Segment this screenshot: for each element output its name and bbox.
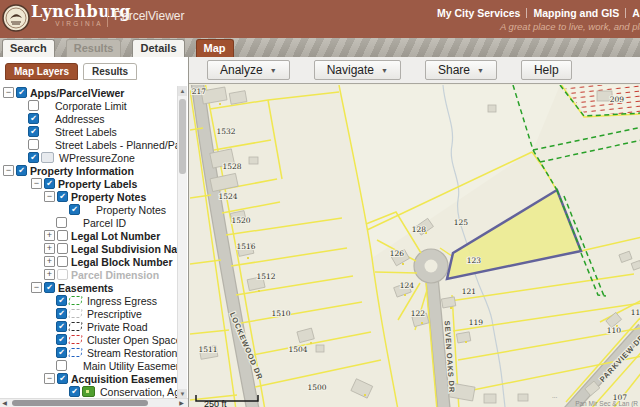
checkbox-easements[interactable]: ✔ [44,282,55,293]
layer-tree: −✔Apps/ParcelViewerCorporate Limit✔Addre… [0,86,177,399]
checkbox-legal-block-number[interactable] [57,256,68,267]
chevron-down-icon: ▼ [477,67,484,74]
checkbox-property-notes[interactable]: ✔ [69,204,80,215]
collapse-icon[interactable]: − [44,373,55,384]
tab-search[interactable]: Search [2,39,55,57]
checkbox-private-road[interactable]: ✔ [56,321,67,332]
layer-label-wpressurezone[interactable]: WPressureZone [59,152,135,164]
scroll-left-icon[interactable]: ◀ [0,399,9,407]
parcel-label-128: 128 [412,225,427,234]
checkbox-main-utility-easement[interactable] [56,360,67,371]
checkbox-legal-lot-number[interactable] [57,230,68,241]
map-canvas[interactable]: 2171532152815241520151615121510151115041… [189,84,640,407]
layer-label-corporate-limit[interactable]: Corporate Limit [55,100,127,112]
layer-label-street-labels-planned-paper[interactable]: Street Labels - Planned/Paper [55,139,177,151]
layer-label-main-utility-easement[interactable]: Main Utility Easement [83,360,177,372]
checkbox-street-labels-planned-paper[interactable] [28,139,39,150]
collapse-icon[interactable]: − [3,87,14,98]
checkbox-stream-restoration[interactable]: ✔ [56,347,67,358]
share-button[interactable]: Share▼ [425,60,497,80]
layer-label-legal-block-number[interactable]: Legal Block Number [71,256,173,268]
layer-label-street-labels[interactable]: Street Labels [55,126,117,138]
layer-label-apps-parcelviewer[interactable]: Apps/ParcelViewer [30,87,124,99]
collapse-icon[interactable]: − [44,191,55,202]
header-links: My City ServicesMapping and GISAssessor … [437,7,640,19]
checkbox-conservation-agricu[interactable]: ✔ [69,386,80,397]
checkbox-property-information[interactable]: ✔ [16,165,27,176]
map-toolbar: Analyze▼Navigate▼Share▼Help [189,57,640,84]
checkbox-corporate-limit[interactable] [28,100,39,111]
checkbox-acquisition-easements[interactable]: ✔ [57,373,68,384]
checkbox-wpressurezone[interactable]: ✔ [28,152,39,163]
conservation-swatch-icon [82,386,95,397]
analyze-button[interactable]: Analyze▼ [207,60,290,80]
collapse-icon[interactable]: − [3,165,14,176]
layer-label-addresses[interactable]: Addresses [55,113,105,125]
checkbox-parcel-id[interactable] [56,217,67,228]
layer-label-parcel-id[interactable]: Parcel ID [83,217,126,229]
layer-label-easements[interactable]: Easements [58,282,113,294]
layer-label-property-labels[interactable]: Property Labels [58,178,137,190]
help-label: Help [534,63,559,77]
layer-label-prescriptive[interactable]: Prescriptive [87,308,142,320]
attribution-dots: ... [552,392,558,399]
layer-label-property-information[interactable]: Property Information [30,165,134,177]
layer-label-conservation-agricu[interactable]: Conservation, Agricu [100,386,177,398]
layer-label-stream-restoration[interactable]: Stream Restoration [87,347,177,359]
vertical-scrollbar[interactable]: ▲ ▼ [177,86,187,399]
dashed-red-swatch-icon [68,335,83,344]
navigate-button[interactable]: Navigate▼ [314,60,401,80]
checkbox-apps-parcelviewer[interactable]: ✔ [16,87,27,98]
checkbox-property-labels[interactable]: ✔ [44,178,55,189]
horizontal-scrollbar[interactable]: ◀ ▶ [0,398,188,407]
expand-icon[interactable]: + [44,243,55,254]
help-button[interactable]: Help [521,60,572,80]
parcel-label-1500: 1500 [307,383,326,392]
layer-label-property-notes[interactable]: Property Notes [71,191,146,203]
checkbox-legal-subdivision-name[interactable] [57,243,68,254]
expand-icon[interactable]: + [44,256,55,267]
scroll-up-icon[interactable]: ▲ [178,86,187,96]
checkbox-cluster-open-space[interactable]: ✔ [56,334,67,345]
scale-text: 250 ft [204,399,227,407]
layer-label-private-road[interactable]: Private Road [87,321,148,333]
chevron-down-icon: ▼ [381,67,388,74]
tab-map[interactable]: Map [196,39,234,57]
layer-label-cluster-open-space[interactable]: Cluster Open Space [87,334,177,346]
vertical-scroll-thumb[interactable] [179,99,186,174]
chevron-down-icon: ▼ [270,67,277,74]
checkbox-ingress-egress[interactable]: ✔ [56,295,67,306]
header-link-my-city-services[interactable]: My City Services [437,7,520,19]
expand-icon[interactable]: + [44,230,55,241]
layer-row-easements-15: −✔Easements [0,281,177,294]
checkbox-property-notes[interactable]: ✔ [57,191,68,202]
parcel-label-1532: 1532 [216,127,235,136]
link-separator [625,8,626,18]
checkbox-addresses[interactable]: ✔ [28,113,39,124]
sidebar-tab-results[interactable]: Results [83,63,137,80]
parcel-label-122: 122 [411,309,426,318]
collapse-icon[interactable]: − [31,178,42,189]
horizontal-scroll-thumb[interactable] [12,400,148,406]
layer-label-legal-subdivision-name[interactable]: Legal Subdivision Name [71,243,177,255]
layer-label-ingress-egress[interactable]: Ingress Egress [87,295,157,307]
layer-label-parcel-dimension: Parcel Dimension [71,269,159,281]
header-link-mapping-and-gis[interactable]: Mapping and GIS [533,7,619,19]
layer-label-property-notes[interactable]: Property Notes [96,204,166,216]
expand-icon[interactable]: + [44,269,55,280]
collapse-icon[interactable]: − [31,282,42,293]
scroll-right-icon[interactable]: ▶ [177,399,186,407]
checkbox-prescriptive[interactable]: ✔ [56,308,67,319]
sidebar-tab-map-layers[interactable]: Map Layers [5,63,78,80]
checkbox-street-labels[interactable]: ✔ [28,126,39,137]
tab-details[interactable]: Details [132,39,184,57]
layer-label-legal-lot-number[interactable]: Legal Lot Number [71,230,160,242]
layer-row-property-information-6: −✔Property Information [0,164,177,177]
checkbox-parcel-dimension [57,269,68,280]
parcel-label-111: 111 [631,308,640,317]
layer-label-acquisition-easements[interactable]: Acquisition Easements [71,373,177,385]
parcel-label-123: 123 [467,256,482,265]
tagline: A great place to live, work, and play! [500,21,640,32]
header-link-assessor-home[interactable]: Assessor Home [632,7,640,19]
app-header: Lynchburg VIRGINIA ParcelViewer My City … [0,0,640,38]
